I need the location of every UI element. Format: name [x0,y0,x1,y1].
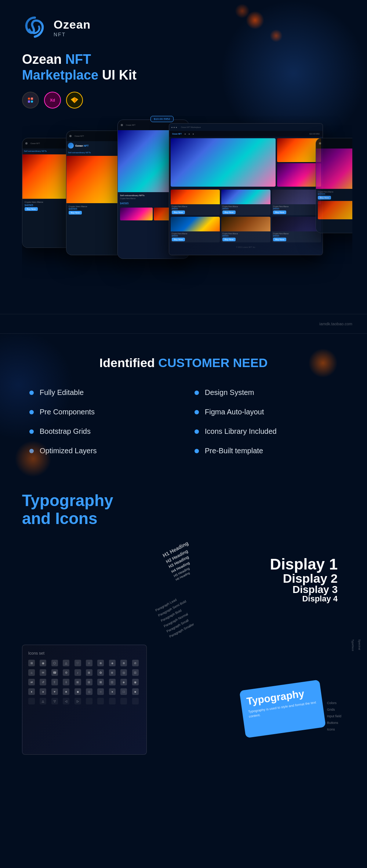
icon-15: ♪ [75,669,81,676]
icon-25: ⊞ [75,679,81,685]
display-3: Display 3 [270,585,338,595]
svg-point-3 [31,100,33,103]
card-buy-5: Buy Now [222,238,236,241]
topbar-dot-2 [69,135,72,137]
price-badge: $10.00.5952 [150,116,174,122]
side-label-1: Spectral [356,639,363,651]
display-2: Display 2 [270,572,338,585]
icon-23: ⇧ [51,679,58,685]
tagline-heading: Ozean NFT Marketplace UI Kit [22,51,345,83]
icon-35: ◆ [75,688,81,695]
side-label-2: Typeface [349,639,356,651]
icon-47 [97,698,104,704]
feature-dot-2 [195,391,199,395]
bottom-label-buttons: Buttons [327,719,341,726]
feature-dot-7 [29,449,34,453]
nav-item-2 [189,133,190,135]
feature-dot-1 [29,391,34,395]
nft-hero-fire-2 [66,156,124,203]
nav-item-1 [185,133,186,135]
tool-icons: Xd [22,92,345,109]
desktop-card-4: Crypto Hero Marce $46565 Buy Now [171,217,220,242]
display-1: Display 1 [270,557,338,572]
icon-34: ♣ [63,688,69,695]
card-img-5 [221,217,270,231]
tagline-word-nft: NFT [65,52,91,67]
phone-frame-2: Ozean NFT Ozean NFT Sell extraordinary N… [66,131,125,255]
bottom-label-grids: Grids [327,706,341,713]
desktop-card-3: Crypto Hero Marce $46565 Buy Now [272,190,321,215]
sketch-icon [70,97,79,103]
nav-dot-3 [176,127,177,128]
bottom-label-icons: Icons [327,726,341,733]
feature-label-5: Bootstrap Grids [40,427,91,436]
display-4: Display 4 [270,595,338,603]
card-img-2 [221,190,270,204]
icon-50 [132,698,139,704]
nav-dot-2 [174,127,175,128]
feature-dot-4 [195,410,199,414]
feature-label-3: Pre Components [40,408,95,416]
paragraph-list: Paragraph Lead Paragraph Semi Bold Parag… [154,593,199,640]
feature-pre-components: Pre Components [29,408,172,416]
customer-need-section: Identified CUSTOMER NEED Fully Editable … [0,341,367,470]
card-img-4 [171,217,220,231]
icon-30: ◉ [132,679,139,685]
icon-2: ◉ [40,660,46,666]
card-price-5: $46565 [222,235,269,237]
icon-16: ⊞ [86,669,92,676]
logo-sub: NFT [54,32,91,37]
desktop-frame: Ozean NFT Marketplace Ozean NFT $10.00.5… [169,123,323,255]
tagline-word-uikit: UI Kit [102,67,137,83]
heading-customer-need: CUSTOMER NEED [158,356,268,370]
feature-label-2: Design System [205,388,254,397]
icon-43: ▽ [51,698,58,704]
icon-29: ◈ [120,679,127,685]
card-buy-6: Buy Now [273,238,286,241]
desktop-nav: Ozean NFT $10.00.5952 [169,131,323,137]
icon-17: ✿ [97,669,104,676]
card-price-3: $46565 [273,208,320,210]
icon-37: ○ [97,688,104,695]
display-sizes: Display 1 Display 2 Display 3 Display 4 [270,557,338,603]
feature-label-6: Icons Library Included [205,427,277,436]
bottom-labels: Colors Grids Input field Buttons Icons [327,700,341,733]
header-section: Ozean NFT Ozean NFT Marketplace UI Kit X… [0,0,367,116]
icon-22: ↺ [40,679,46,685]
feature-fully-editable: Fully Editable [29,388,172,397]
icon-12: ✉ [40,669,46,676]
bottom-label-input: Input field [327,713,341,719]
heading-identified: Identified [99,356,155,370]
icon-33: ♥ [51,688,58,695]
tagline-word-ozean: Ozean [22,52,65,67]
card-buy-4: Buy Now [172,238,185,241]
topbar-dot-3 [121,124,123,126]
typography-card: Typography Typography is used to style a… [239,680,326,738]
typography-heading-line1: Typography [22,491,113,509]
typography-section: Typography and Icons Icons set ⊞ ◉ ⬡ △ ♡… [0,470,367,769]
card-price-2: $46565 [222,208,269,210]
phone-frame-1: Ozean NFT Sell extraordinary NFTs Crypto… [22,138,73,248]
buy-btn-4: Buy Now [318,196,331,199]
feature-bootstrap-grids: Bootstrap Grids [29,427,172,436]
icon-10: ⊘ [132,660,139,666]
icon-9: ⊗ [120,660,127,666]
logo-name: Ozean [54,18,91,32]
icon-27: ⊠ [97,679,104,685]
desktop-topbar: Ozean NFT Marketplace [169,124,323,131]
nft-cards-grid: Crypto Hero Marce $46565 Buy Now Crypto … [169,188,323,244]
icon-14: ⚙ [63,669,69,676]
svg-rect-0 [28,98,30,100]
tagline: Ozean NFT Marketplace UI Kit [22,51,345,83]
svg-rect-2 [31,98,33,100]
icon-1: ⊞ [28,660,35,666]
icon-48 [109,698,116,704]
logo-icon [22,15,48,40]
icon-45: ▷ [75,698,81,704]
feature-dot-3 [29,410,34,414]
icon-39: □ [120,688,127,695]
nav-item-3 [193,133,194,135]
customer-need-heading: Identified CUSTOMER NEED [22,356,345,370]
icon-3: ⬡ [51,660,58,666]
xd-label: Xd [50,98,55,102]
